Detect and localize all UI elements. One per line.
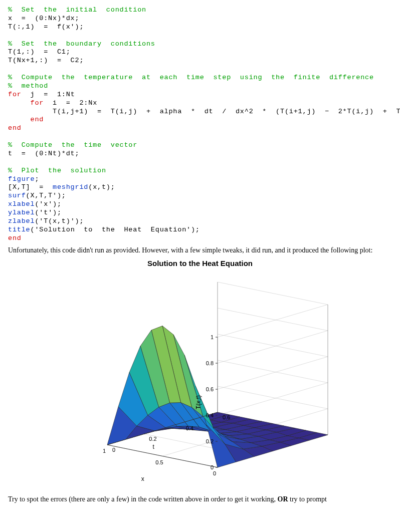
code-fn-figure: figure: [8, 175, 35, 183]
svg-text:0: 0: [213, 470, 216, 476]
code-line: (x,t);: [88, 183, 115, 191]
code-line: ('t');: [35, 209, 61, 216]
paragraph-2c: try to prompt: [288, 495, 327, 503]
svg-text:T(x,t): T(x,t): [195, 395, 202, 409]
code-fn-xlabel: xlabel: [8, 200, 35, 208]
code-keyword-end: end: [31, 116, 44, 123]
svg-text:1: 1: [103, 448, 106, 454]
svg-text:0.5: 0.5: [155, 459, 163, 465]
code-line: T(Nx+1,:) = C2;: [8, 57, 84, 64]
code-comment: % Compute the temperature at each time s…: [8, 74, 374, 81]
paragraph-2b: OR: [278, 495, 288, 503]
code-fn-zlabel: zlabel: [8, 217, 35, 225]
code-comment: % Set the initial condition: [8, 6, 146, 14]
svg-text:0.4: 0.4: [206, 412, 214, 418]
code-fn-meshgrid: meshgrid: [53, 183, 88, 191]
svg-text:0.4: 0.4: [186, 425, 193, 431]
svg-line-12: [218, 305, 328, 337]
code-line: (X,T,T');: [26, 192, 66, 199]
code-keyword-end: end: [8, 124, 22, 132]
svg-line-18: [218, 282, 328, 305]
svg-text:0.6: 0.6: [223, 414, 230, 420]
svg-line-11: [218, 331, 328, 363]
code-comment: % method: [8, 82, 48, 90]
chart-container: Solution to the Heat Equation 00.20.40.6…: [60, 259, 340, 490]
code-line: ('x');: [35, 200, 61, 208]
code-line: j = 1:Nt: [22, 91, 75, 98]
code-keyword-for: for: [31, 99, 44, 107]
chart-title: Solution to the Heat Equation: [60, 259, 340, 268]
svg-text:0.2: 0.2: [149, 436, 156, 442]
svg-line-14: [218, 386, 328, 409]
svg-line-16: [218, 334, 328, 357]
code-line: ('T(x,t)');: [35, 217, 84, 225]
svg-text:0.6: 0.6: [206, 386, 214, 392]
svg-text:0: 0: [112, 447, 115, 453]
code-line: x = (0:Nx)*dx;: [8, 15, 79, 22]
code-fn-ylabel: ylabel: [8, 209, 35, 216]
code-fn-title: title: [8, 226, 31, 233]
matlab-code-block: % Set the initial condition x = (0:Nx)*d…: [8, 6, 392, 243]
svg-line-9: [218, 383, 328, 415]
svg-line-10: [218, 357, 328, 389]
code-line: T(1,:) = C1;: [8, 48, 71, 56]
code-keyword-for: for: [8, 91, 22, 98]
code-line: T(:,1) = f(x');: [8, 23, 84, 31]
code-fn-surf: surf: [8, 192, 26, 199]
paragraph-1: Unfortunately, this code didn't run as p…: [8, 246, 392, 255]
code-line: ('Solution to the Heat Equation');: [31, 226, 200, 233]
svg-text:0.8: 0.8: [206, 360, 214, 366]
code-keyword-end: end: [8, 234, 22, 242]
code-line: T(i,j+1) = T(i,j) + alpha * dt / dx^2 * …: [8, 108, 400, 115]
svg-text:x: x: [141, 476, 144, 483]
surface-plot: 00.20.40.60.8100.5100.20.40.6xtT(x,t): [60, 270, 340, 490]
svg-line-15: [218, 360, 328, 383]
code-line: t = (0:Nt)*dt;: [8, 150, 79, 157]
code-line: [X,T] =: [8, 183, 53, 191]
paragraph-2: Try to spot the errors (there are only a…: [8, 495, 392, 504]
code-line: i = 2:Nx: [44, 99, 97, 107]
svg-line-17: [218, 308, 328, 331]
code-comment: % Set the boundary conditions: [8, 40, 155, 48]
svg-text:0.2: 0.2: [206, 438, 214, 444]
svg-text:1: 1: [211, 334, 214, 340]
paragraph-2a: Try to spot the errors (there are only a…: [8, 495, 278, 503]
code-comment: % Plot the solution: [8, 167, 106, 174]
svg-text:t: t: [152, 444, 154, 451]
code-comment: % Compute the time vector: [8, 141, 137, 149]
svg-text:0: 0: [211, 464, 214, 470]
